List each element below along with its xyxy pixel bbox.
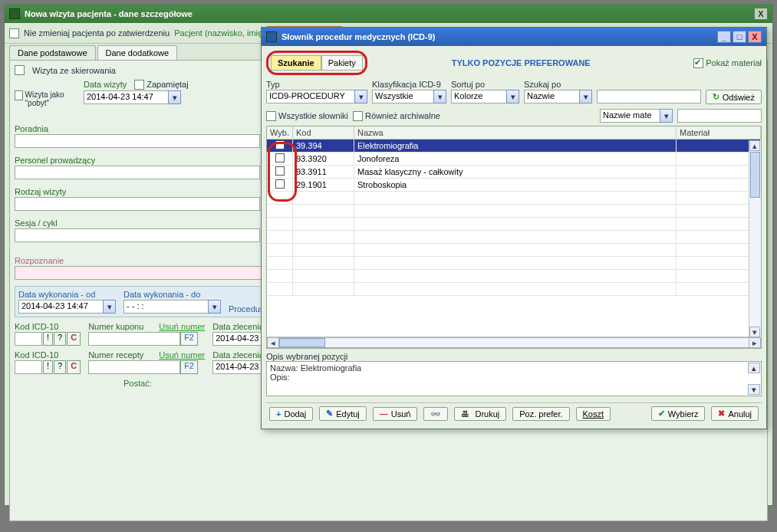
col-material[interactable]: Materiał: [677, 126, 761, 139]
opis-label: Opis wybranej pozycji: [266, 352, 347, 361]
scroll-left-icon[interactable]: ◂: [267, 337, 279, 348]
row-kod: 39.394: [293, 140, 354, 152]
sortuj-select[interactable]: Kolorze: [451, 90, 506, 103]
tab-pakiety[interactable]: Pakiety: [321, 55, 363, 71]
icd10-input-2[interactable]: [15, 360, 42, 374]
sesja-input[interactable]: [15, 228, 260, 242]
opis-textarea[interactable]: Nazwa: Elektromiografia Opis: ▴ ▾: [266, 361, 762, 396]
wszystkie-slowniki-checkbox[interactable]: [266, 111, 276, 121]
poz-prefer-button[interactable]: Poz. prefer.: [512, 407, 569, 421]
data-wyk-do-label: Data wykonania - do: [123, 290, 221, 299]
table-row[interactable]: 39.394Elektromiografia: [267, 140, 761, 153]
row-kod: 29.1901: [293, 179, 354, 191]
scroll-right-icon[interactable]: ▸: [749, 337, 761, 348]
usun-numer-link-2[interactable]: Usuń numer: [159, 350, 205, 360]
table-row[interactable]: 93.3911Masaż klasyczny - całkowity: [267, 166, 761, 179]
tab-szukanie[interactable]: Szukanie: [271, 55, 321, 71]
col-nazwa[interactable]: Nazwa: [354, 126, 677, 139]
col-wyb[interactable]: Wyb.: [267, 126, 293, 139]
vertical-scrollbar[interactable]: ▴ ▾: [749, 140, 761, 337]
tab-basic-data[interactable]: Dane podstawowe: [9, 45, 96, 60]
preferred-only-text: TYLKO POZYCJE PREFEROWANE: [452, 58, 591, 67]
horizontal-scrollbar[interactable]: ◂ ▸: [267, 337, 761, 348]
numer-kuponu-label: Numer kuponu: [88, 322, 143, 331]
visit-date-input[interactable]: 2014-04-23 14:47: [84, 90, 168, 104]
usun-numer-link-1[interactable]: Usuń numer: [159, 322, 205, 331]
data-wyk-do-input[interactable]: - - : :: [123, 300, 208, 314]
remember-checkbox[interactable]: [134, 80, 144, 90]
tab-additional-data[interactable]: Dane dodatkowe: [97, 45, 178, 60]
row-select-checkbox[interactable]: [275, 153, 285, 163]
search-input[interactable]: [597, 90, 701, 103]
poradnia-input[interactable]: [15, 134, 260, 148]
wybierz-button[interactable]: ✔Wybierz: [651, 406, 706, 421]
glasses-icon-button[interactable]: 👓: [423, 407, 448, 421]
row-select-checkbox[interactable]: [275, 166, 285, 176]
f2-button-2[interactable]: F2: [180, 360, 198, 374]
scroll-down-icon[interactable]: ▾: [748, 384, 760, 395]
pokaz-material-checkbox[interactable]: [693, 58, 703, 68]
row-select-checkbox[interactable]: [275, 140, 285, 149]
anuluj-button[interactable]: ✖Anuluj: [711, 406, 759, 421]
edytuj-button[interactable]: ✎Edytuj: [319, 406, 367, 421]
maximize-icon[interactable]: □: [733, 31, 746, 43]
klasyfikacja-label: Klasyfikacja ICD-9: [372, 80, 446, 89]
close-icon[interactable]: X: [754, 8, 768, 20]
minimize-icon[interactable]: _: [717, 31, 731, 43]
modal-button-bar: +Dodaj ✎Edytuj —Usuń 👓 🖶Drukuj Poz. pref…: [266, 402, 762, 424]
drukuj-button[interactable]: 🖶Drukuj: [454, 407, 506, 421]
row-nazwa: Jonoforeza: [354, 153, 677, 165]
c-button-1[interactable]: C: [67, 332, 81, 346]
q-button-2[interactable]: ?: [54, 360, 66, 374]
numer-kuponu-input[interactable]: [88, 332, 180, 346]
visit-as-stay-checkbox[interactable]: [15, 90, 23, 100]
table-row[interactable]: 29.1901Stroboskopia: [267, 179, 761, 192]
chevron-down-icon[interactable]: ▾: [208, 300, 221, 314]
typ-select[interactable]: ICD9-PROCEDURY: [266, 90, 354, 103]
rowniez-arch-label: Również archiwalne: [365, 111, 440, 120]
table-row[interactable]: 93.3920Jonoforeza: [267, 153, 761, 166]
usun-button[interactable]: —Usuń: [373, 407, 418, 421]
szukaj-po-select[interactable]: Nazwie: [524, 90, 579, 103]
visit-date-label: Data wizyty: [84, 80, 127, 90]
col-kod[interactable]: Kod: [293, 126, 354, 139]
koszt-button[interactable]: Koszt: [576, 407, 611, 421]
material-search-input[interactable]: [677, 109, 762, 123]
f2-button-1[interactable]: F2: [180, 332, 198, 346]
scroll-thumb-v[interactable]: [750, 152, 760, 198]
visit-referral-checkbox[interactable]: [15, 65, 25, 75]
refresh-button[interactable]: ↻Odśwież: [706, 90, 762, 104]
chevron-down-icon[interactable]: ▾: [433, 90, 446, 103]
dont-change-patient-checkbox[interactable]: [9, 28, 19, 38]
row-select-checkbox[interactable]: [275, 179, 285, 189]
bang-button-2[interactable]: !: [43, 360, 53, 374]
icd10-input-1[interactable]: [15, 332, 42, 346]
scroll-thumb-h[interactable]: [279, 338, 325, 347]
typ-label: Typ: [266, 80, 367, 89]
klasyfikacja-select[interactable]: Wszystkie: [372, 90, 433, 103]
chevron-down-icon[interactable]: ▾: [506, 90, 519, 103]
opis-opis: Opis:: [270, 373, 758, 382]
close-icon[interactable]: X: [748, 31, 762, 43]
dodaj-button[interactable]: +Dodaj: [269, 407, 313, 421]
personel-input[interactable]: [15, 166, 260, 179]
row-nazwa: Masaż klasyczny - całkowity: [354, 166, 677, 178]
nazwie-mate-select[interactable]: Nazwie mate: [600, 109, 660, 123]
scroll-down-icon[interactable]: ▾: [749, 327, 760, 337]
chevron-down-icon[interactable]: ▾: [660, 109, 673, 123]
c-button-2[interactable]: C: [67, 360, 81, 374]
chevron-down-icon[interactable]: ▾: [354, 90, 367, 103]
tabs-highlight-oval: Szukanie Pakiety: [266, 51, 367, 75]
q-button-1[interactable]: ?: [54, 332, 66, 346]
chevron-down-icon[interactable]: ▾: [579, 90, 592, 103]
visit-as-stay-label: Wizyta jako "pobyt": [25, 90, 76, 107]
chevron-down-icon[interactable]: ▾: [103, 300, 116, 314]
bang-button-1[interactable]: !: [43, 332, 53, 346]
scroll-up-icon[interactable]: ▴: [748, 363, 760, 373]
rodzaj-input[interactable]: [15, 197, 260, 211]
chevron-down-icon[interactable]: ▾: [168, 90, 181, 104]
rowniez-arch-checkbox[interactable]: [353, 111, 363, 121]
scroll-up-icon[interactable]: ▴: [749, 140, 760, 151]
data-wyk-od-input[interactable]: 2014-04-23 14:47: [18, 300, 103, 314]
numer-recepty-input[interactable]: [88, 360, 180, 374]
